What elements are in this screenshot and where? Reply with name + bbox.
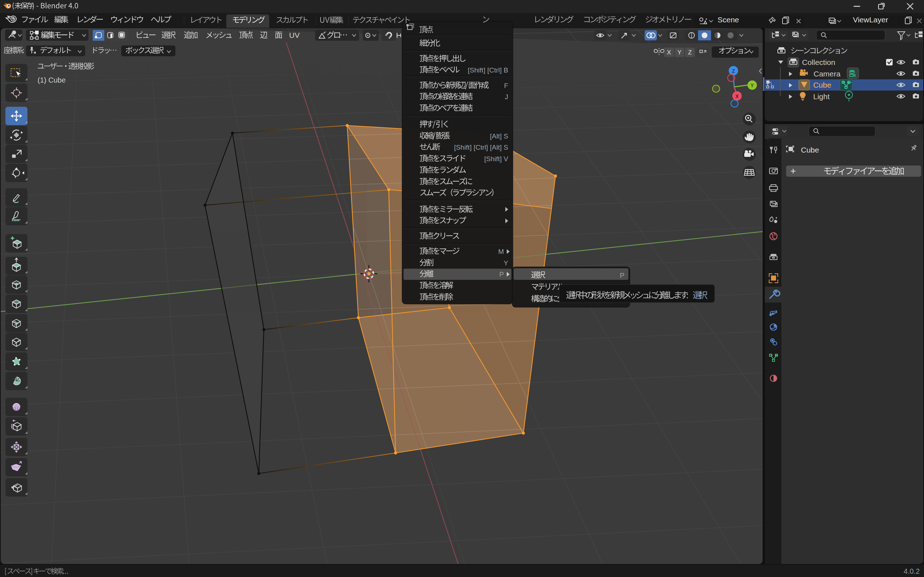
svg-text:(1) Cube: (1) Cube bbox=[37, 76, 66, 84]
svg-text:Cube: Cube bbox=[813, 81, 831, 89]
svg-text:[Alt] S: [Alt] S bbox=[490, 132, 508, 140]
svg-text:P: P bbox=[499, 271, 504, 278]
svg-text:UV: UV bbox=[289, 31, 300, 39]
svg-text:Y: Y bbox=[677, 49, 682, 56]
svg-text:[Shift] [Ctrl] [Alt] S: [Shift] [Ctrl] [Alt] S bbox=[454, 143, 508, 151]
svg-text:Scene: Scene bbox=[717, 16, 739, 24]
svg-text:X: X bbox=[667, 49, 671, 56]
svg-text:Camera: Camera bbox=[814, 69, 841, 78]
svg-text:J: J bbox=[505, 93, 509, 101]
svg-text:[Shift] V: [Shift] V bbox=[484, 155, 508, 163]
svg-text:Cube: Cube bbox=[801, 146, 819, 154]
svg-text:Light: Light bbox=[813, 92, 830, 101]
svg-text:Collection: Collection bbox=[802, 58, 835, 66]
svg-text:[Shift] [Ctrl] B: [Shift] [Ctrl] B bbox=[468, 66, 508, 74]
svg-text:Z: Z bbox=[688, 49, 691, 56]
svg-text:P: P bbox=[620, 272, 624, 279]
svg-text:Y: Y bbox=[504, 259, 508, 267]
svg-text:4.0.2: 4.0.2 bbox=[904, 567, 920, 575]
svg-text:Y: Y bbox=[750, 82, 754, 89]
svg-text:X: X bbox=[735, 93, 739, 99]
svg-text:F: F bbox=[504, 82, 508, 89]
svg-text:M: M bbox=[498, 248, 504, 255]
svg-text:ViewLayer: ViewLayer bbox=[853, 16, 888, 24]
svg-text:Z: Z bbox=[732, 68, 735, 74]
